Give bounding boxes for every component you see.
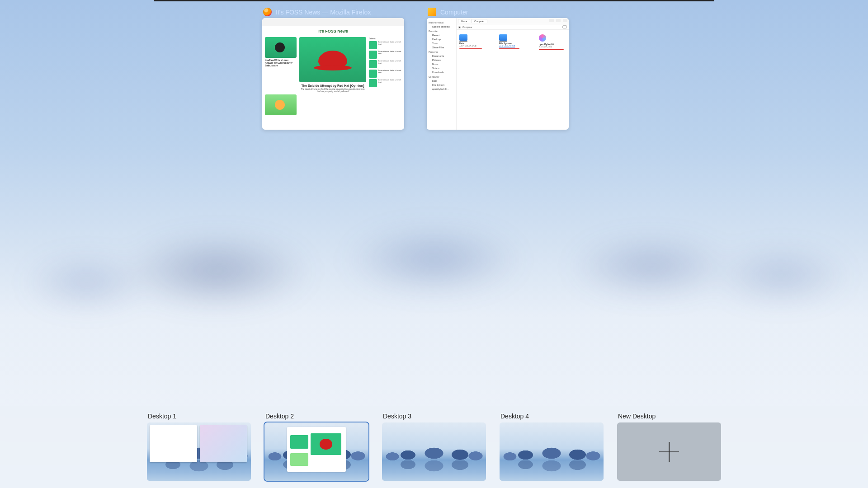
window-thumbnail-firefox[interactable]: It's FOSS News KeePassXC is a Linux Answ… xyxy=(262,18,404,130)
desktop-thumb[interactable] xyxy=(264,422,368,481)
desktop-thumb[interactable] xyxy=(147,422,251,481)
drive-item: File System 20.5 GB/XX.8 GB xyxy=(499,34,526,49)
drive-item: Data 120.4 GB/XX.3 GB xyxy=(459,34,486,49)
window-title-row: Computer xyxy=(427,6,569,18)
window-title: Computer xyxy=(440,9,468,16)
hero-image xyxy=(299,37,366,82)
desktops-bar: Desktop 1 Desktop 2 Desktop 3 xyxy=(0,406,868,488)
desktop-thumb[interactable] xyxy=(500,422,604,481)
desktop-4[interactable]: Desktop 4 xyxy=(500,413,604,481)
top-strip xyxy=(154,0,714,1)
desktop-label: Desktop 2 xyxy=(264,413,368,420)
window-title-row: It's FOSS News — Mozilla Firefox xyxy=(262,6,404,18)
desktop-thumb[interactable] xyxy=(382,422,486,481)
fm-breadcrumb: ▣Computer xyxy=(457,24,569,30)
filemanager-icon xyxy=(428,8,436,16)
new-desktop-label: New Desktop xyxy=(617,413,721,420)
window-controls xyxy=(549,19,567,23)
firefox-icon xyxy=(263,8,272,16)
drive-item: openKylin-1.0 4.2 GB/4.2 GB xyxy=(539,34,566,50)
article-thumb xyxy=(265,37,297,58)
window-thumbnail-filemanager[interactable]: Multi-terminal Not link detected Favorit… xyxy=(427,18,569,130)
window-filemanager[interactable]: Computer Multi-terminal Not link detecte… xyxy=(427,6,569,130)
article-headline: KeePassXC is a Linux Answer for Cybersec… xyxy=(265,59,297,67)
plus-icon xyxy=(659,442,679,462)
fm-content: Data 120.4 GB/XX.3 GB File System 20.5 G… xyxy=(457,30,569,130)
site-title: It's FOSS News xyxy=(265,29,401,33)
hdd-icon xyxy=(499,34,507,41)
desktop-2[interactable]: Desktop 2 xyxy=(264,413,368,481)
window-title: It's FOSS News — Mozilla Firefox xyxy=(276,9,371,16)
redhat-icon xyxy=(318,51,347,69)
hero-headline: The Suicide Attempt by Red Hat [Opinion] xyxy=(299,84,366,87)
dvd-icon xyxy=(539,34,546,42)
fm-sidebar: Multi-terminal Not link detected Favorit… xyxy=(427,18,457,130)
desktop-label: Desktop 3 xyxy=(382,413,486,420)
new-desktop[interactable]: New Desktop xyxy=(617,413,721,481)
latest-label: Latest xyxy=(369,37,401,40)
desktop-3[interactable]: Desktop 3 xyxy=(382,413,486,481)
desktop-label: Desktop 4 xyxy=(500,413,604,420)
desktop-1[interactable]: Desktop 1 xyxy=(147,413,251,481)
desktop-label: Desktop 1 xyxy=(147,413,251,420)
new-desktop-button[interactable] xyxy=(617,422,721,481)
open-windows-row: It's FOSS News — Mozilla Firefox It's FO… xyxy=(262,6,569,130)
hero-sub: The latest drive to put Red Hat source p… xyxy=(299,88,366,93)
search-icon xyxy=(562,25,567,28)
article-thumb xyxy=(265,94,297,115)
browser-chrome xyxy=(262,18,404,26)
hdd-icon xyxy=(459,34,467,41)
window-firefox[interactable]: It's FOSS News — Mozilla Firefox It's FO… xyxy=(262,6,404,130)
